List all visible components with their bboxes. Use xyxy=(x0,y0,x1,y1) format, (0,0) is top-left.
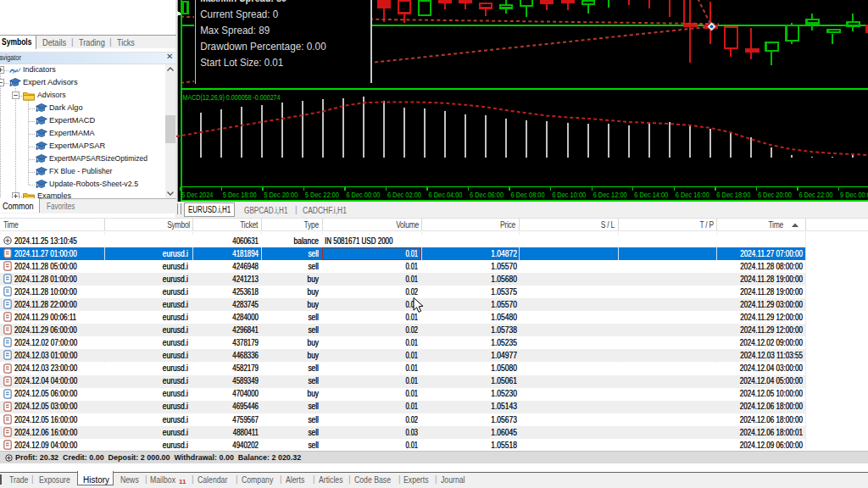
svg-text:6 Dec 18:00: 6 Dec 18:00 xyxy=(716,191,750,199)
svg-text:Current Spread: 0: Current Spread: 0 xyxy=(200,8,278,20)
svg-text:5 Dec 18:00: 5 Dec 18:00 xyxy=(223,191,257,199)
svg-text:6 Dec 22:00: 6 Dec 22:00 xyxy=(798,191,832,199)
svg-text:6 Dec 12:00: 6 Dec 12:00 xyxy=(593,191,627,199)
svg-text:5 Dec 22:00: 5 Dec 22:00 xyxy=(305,191,339,199)
svg-text:Drawdown Percentage: 0.00: Drawdown Percentage: 0.00 xyxy=(200,41,326,53)
svg-text:Max/Min Spread: 89: Max/Min Spread: 89 xyxy=(200,0,287,4)
svg-text:MACD(12,26,9) 0.000058 -0.0002: MACD(12,26,9) 0.000058 -0.000274 xyxy=(183,93,281,102)
svg-text:6 Dec 10:00: 6 Dec 10:00 xyxy=(552,191,586,199)
svg-text:6 Dec 08:00: 6 Dec 08:00 xyxy=(511,191,545,199)
svg-text:6 Dec 02:00: 6 Dec 02:00 xyxy=(387,191,421,199)
svg-text:5 Dec 2024: 5 Dec 2024 xyxy=(181,191,213,199)
svg-text:6 Dec 04:00: 6 Dec 04:00 xyxy=(429,191,463,199)
svg-text:6 Dec 16:00: 6 Dec 16:00 xyxy=(676,191,709,199)
svg-text:6 Dec 14:00: 6 Dec 14:00 xyxy=(634,191,668,199)
svg-text:Start Lot Size: 0.01: Start Lot Size: 0.01 xyxy=(200,57,283,69)
svg-text:6 Dec 00:00: 6 Dec 00:00 xyxy=(346,191,380,199)
svg-text:6 Dec 06:00: 6 Dec 06:00 xyxy=(470,191,504,199)
svg-text:6 Dec 20:00: 6 Dec 20:00 xyxy=(758,191,792,199)
svg-text:9 Dec 00:00: 9 Dec 00:00 xyxy=(840,191,868,199)
svg-text:5 Dec 20:00: 5 Dec 20:00 xyxy=(264,191,298,199)
svg-text:Max Spread: 89: Max Spread: 89 xyxy=(200,25,270,36)
